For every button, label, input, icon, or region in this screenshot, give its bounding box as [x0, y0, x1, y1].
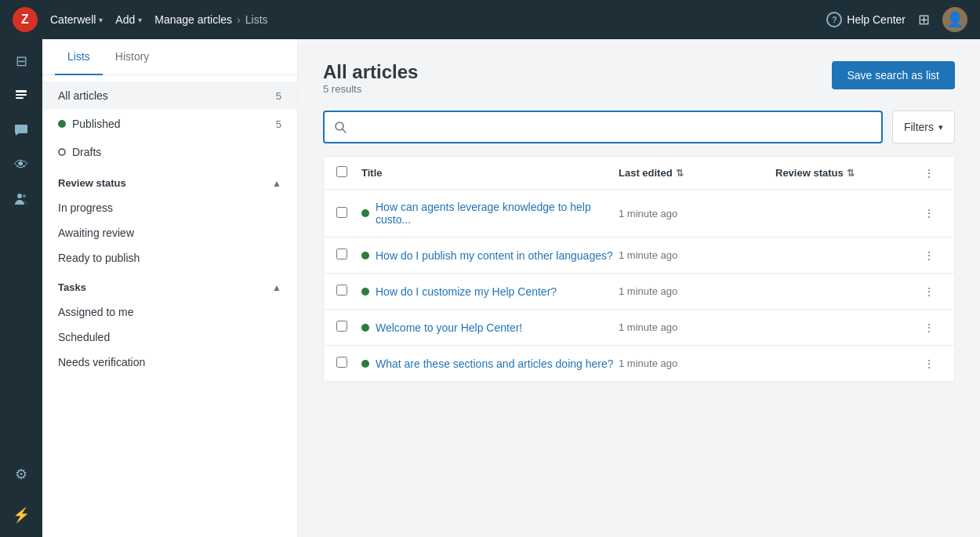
- brand-chevron-icon: ▾: [99, 16, 103, 24]
- row-more-menu[interactable]: ⋮: [916, 285, 942, 298]
- col-title-header: Title: [361, 167, 619, 179]
- brand-menu[interactable]: Caterwell ▾: [50, 13, 103, 26]
- filters-button[interactable]: Filters ▾: [892, 111, 955, 143]
- svg-point-3: [17, 194, 22, 198]
- filter-needs-verification[interactable]: Needs verification: [42, 350, 297, 375]
- table-row: How can agents leverage knowledge to hel…: [324, 190, 954, 238]
- article-title[interactable]: How can agents leverage knowledge to hel…: [361, 201, 619, 226]
- article-title[interactable]: What are these sections and articles doi…: [361, 357, 619, 370]
- filter-drafts[interactable]: Drafts: [42, 138, 297, 166]
- nav-settings-icon[interactable]: ⚙: [5, 459, 37, 490]
- svg-line-6: [343, 129, 346, 132]
- filter-drafts-label: Drafts: [72, 146, 101, 158]
- filters-label: Filters: [904, 121, 934, 133]
- published-dot-icon: [58, 120, 66, 128]
- col-status-header[interactable]: Review status ⇅: [775, 167, 916, 179]
- article-last-edited: 1 minute ago: [619, 249, 775, 261]
- row-checkbox[interactable]: [336, 357, 347, 368]
- filter-awaiting-review[interactable]: Awaiting review: [42, 220, 297, 245]
- filters-chevron-icon: ▾: [938, 122, 943, 132]
- manage-articles-link[interactable]: Manage articles: [154, 13, 232, 26]
- page-header: All articles 5 results Save search as li…: [323, 61, 955, 107]
- nav-users-icon[interactable]: [5, 183, 37, 215]
- row-status-dot-icon: [361, 288, 369, 296]
- row-status-dot-icon: [361, 209, 369, 217]
- table-row: How do I publish my content in other lan…: [324, 238, 954, 274]
- grid-icon[interactable]: ⊞: [918, 11, 930, 28]
- article-last-edited: 1 minute ago: [619, 357, 775, 369]
- table-row: Welcome to your Help Center! 1 minute ag…: [324, 310, 954, 346]
- topnav: Z Caterwell ▾ Add ▾ Manage articles › Li…: [0, 0, 980, 39]
- article-title[interactable]: Welcome to your Help Center!: [361, 321, 619, 334]
- search-input[interactable]: [353, 121, 872, 133]
- breadcrumb-current: Lists: [245, 13, 268, 26]
- sidebar-filter-list: All articles 5 Published 5 Drafts: [42, 75, 297, 381]
- row-more-menu[interactable]: ⋮: [916, 357, 942, 370]
- main-content: All articles 5 results Save search as li…: [298, 39, 980, 537]
- tasks-chevron-icon[interactable]: ▲: [272, 282, 281, 293]
- article-title[interactable]: How do I publish my content in other lan…: [361, 249, 619, 262]
- logo-icon: Z: [13, 7, 38, 32]
- select-all-checkbox[interactable]: [336, 166, 347, 177]
- filter-published[interactable]: Published 5: [42, 110, 297, 138]
- row-more-menu[interactable]: ⋮: [916, 321, 942, 334]
- save-search-as-list-button[interactable]: Save search as list: [832, 61, 956, 89]
- filter-assigned-to-me[interactable]: Assigned to me: [42, 299, 297, 325]
- search-icon: [334, 121, 347, 133]
- row-more-menu[interactable]: ⋮: [916, 207, 942, 220]
- tasks-section-header: Tasks ▲: [42, 270, 297, 299]
- filter-published-count: 5: [276, 118, 281, 130]
- row-checkbox[interactable]: [336, 285, 347, 296]
- status-sort-icon: ⇅: [847, 168, 855, 179]
- tasks-label: Tasks: [58, 281, 86, 293]
- review-status-label: Review status: [58, 177, 126, 189]
- drafts-dot-icon: [58, 148, 66, 156]
- layout: ⊟ 👁 ⚙ ⚡ Lists: [0, 39, 980, 537]
- filter-all-articles[interactable]: All articles 5: [42, 82, 297, 110]
- tab-history[interactable]: History: [103, 39, 162, 75]
- row-status-dot-icon: [361, 252, 369, 259]
- nav-support-icon[interactable]: ⚡: [5, 499, 37, 531]
- page-title: All articles: [323, 61, 418, 83]
- breadcrumb-separator: ›: [237, 13, 241, 26]
- filter-scheduled[interactable]: Scheduled: [42, 325, 297, 350]
- help-center-label: Help Center: [847, 13, 906, 26]
- avatar[interactable]: 👤: [942, 7, 967, 32]
- col-menu-header: ⋮: [916, 167, 942, 180]
- row-more-menu[interactable]: ⋮: [916, 249, 942, 262]
- more-options-icon[interactable]: ⋮: [924, 167, 935, 180]
- row-checkbox[interactable]: [336, 321, 347, 332]
- search-filter-row: Filters ▾: [323, 111, 955, 143]
- review-status-chevron-icon[interactable]: ▲: [272, 178, 281, 189]
- filter-published-label: Published: [72, 118, 121, 130]
- breadcrumb: Manage articles › Lists: [154, 13, 267, 26]
- svg-point-4: [23, 194, 26, 198]
- col-edited-header[interactable]: Last edited ⇅: [619, 167, 775, 179]
- tabs: Lists History: [42, 39, 297, 75]
- edited-sort-icon: ⇅: [676, 168, 684, 179]
- article-last-edited: 1 minute ago: [619, 321, 775, 333]
- filter-ready-to-publish[interactable]: Ready to publish: [42, 245, 297, 270]
- article-last-edited: 1 minute ago: [619, 208, 775, 220]
- add-label: Add: [115, 13, 135, 26]
- filter-in-progress[interactable]: In progress: [42, 195, 297, 220]
- svg-rect-2: [16, 97, 24, 99]
- row-checkbox[interactable]: [336, 207, 347, 218]
- tab-lists[interactable]: Lists: [55, 39, 103, 75]
- svg-rect-0: [16, 90, 27, 93]
- add-menu[interactable]: Add ▾: [115, 13, 142, 26]
- nav-eye-icon[interactable]: 👁: [5, 149, 37, 180]
- brand-name: Caterwell: [50, 13, 96, 26]
- help-center-button[interactable]: ? Help Center: [826, 12, 906, 27]
- article-last-edited: 1 minute ago: [619, 285, 775, 297]
- nav-dashboard-icon[interactable]: ⊟: [5, 45, 37, 77]
- topnav-right: ? Help Center ⊞ 👤: [826, 7, 967, 32]
- nav-chat-icon[interactable]: [5, 114, 37, 146]
- row-checkbox[interactable]: [336, 249, 347, 259]
- svg-rect-1: [16, 94, 27, 96]
- table-header: Title Last edited ⇅ Review status ⇅ ⋮: [324, 157, 954, 190]
- article-title[interactable]: How do I customize my Help Center?: [361, 285, 619, 298]
- search-box: [323, 111, 883, 143]
- nav-articles-icon[interactable]: [5, 80, 37, 111]
- row-status-dot-icon: [361, 360, 369, 368]
